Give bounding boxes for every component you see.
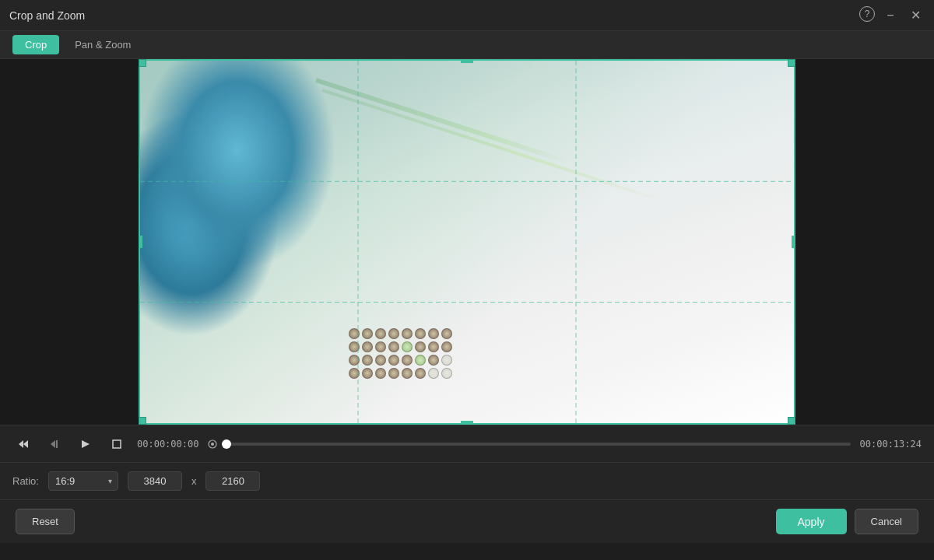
- svg-marker-6: [51, 440, 55, 448]
- stop-button[interactable]: [106, 433, 128, 455]
- well-plate-visual: [349, 328, 452, 381]
- action-buttons: Apply Cancel: [776, 509, 919, 534]
- time-current: 00:00:00:00: [137, 439, 198, 450]
- ratio-select-wrapper[interactable]: 16:9 4:3 1:1 9:16 Custom: [48, 471, 118, 491]
- title-bar-controls: ? − ✕: [859, 6, 925, 25]
- ratio-bar: Ratio: 16:9 4:3 1:1 9:16 Custom x: [0, 462, 934, 499]
- pipette-visual: [322, 89, 667, 203]
- window-title: Crop and Zoom: [9, 9, 85, 22]
- reset-button[interactable]: Reset: [16, 509, 75, 534]
- time-indicator-icon: [208, 439, 217, 449]
- video-frame[interactable]: [139, 59, 795, 425]
- apply-button[interactable]: Apply: [776, 509, 847, 534]
- ratio-label: Ratio:: [12, 475, 39, 487]
- tab-bar: Crop Pan & Zoom: [0, 31, 934, 59]
- rewind-button[interactable]: [12, 433, 34, 455]
- svg-marker-5: [23, 440, 28, 448]
- timeline-area: 00:00:00:00 00:00:13:24: [0, 425, 934, 462]
- cancel-button[interactable]: Cancel: [855, 509, 918, 534]
- play-button[interactable]: [75, 433, 97, 455]
- svg-rect-7: [56, 440, 58, 448]
- tab-pan-zoom[interactable]: Pan & Zoom: [62, 35, 143, 54]
- play-back-button[interactable]: [44, 433, 65, 455]
- height-input[interactable]: [205, 471, 260, 491]
- svg-marker-8: [82, 440, 90, 448]
- width-input[interactable]: [128, 471, 182, 491]
- time-end: 00:00:13:24: [860, 439, 922, 450]
- video-image: [139, 59, 795, 425]
- help-icon[interactable]: ?: [859, 6, 875, 22]
- minimize-button[interactable]: −: [881, 6, 900, 25]
- close-button[interactable]: ✕: [906, 6, 925, 25]
- svg-rect-9: [113, 440, 121, 448]
- timeline-thumb[interactable]: [222, 439, 231, 449]
- title-bar-left: Crop and Zoom: [9, 9, 85, 22]
- svg-marker-4: [19, 440, 23, 448]
- video-preview-area: [0, 59, 934, 425]
- tab-crop[interactable]: Crop: [12, 35, 59, 54]
- dimension-separator: x: [191, 475, 197, 487]
- title-bar: Crop and Zoom ? − ✕: [0, 0, 934, 31]
- timeline-track[interactable]: [226, 443, 850, 446]
- ratio-select[interactable]: 16:9 4:3 1:1 9:16 Custom: [48, 471, 118, 491]
- svg-point-11: [211, 443, 214, 446]
- pipette-body: [315, 78, 567, 163]
- bottom-bar: Reset Apply Cancel: [0, 499, 934, 543]
